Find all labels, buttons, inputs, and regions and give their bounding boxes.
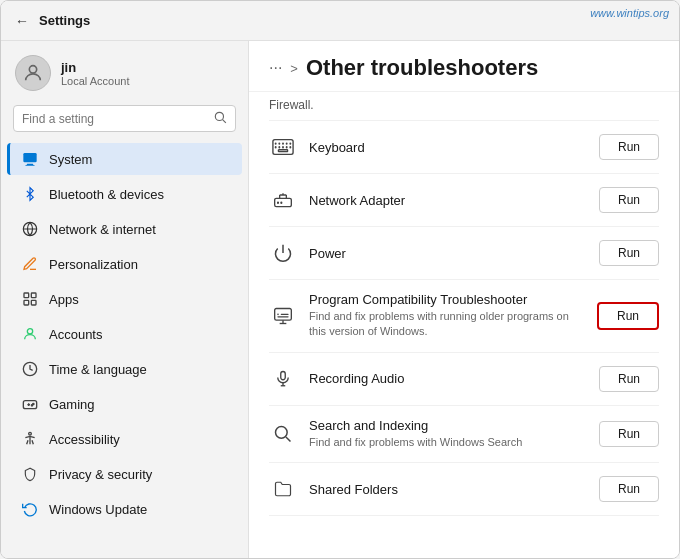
sidebar-item-accounts[interactable]: Accounts: [7, 318, 242, 350]
sidebar-label-gaming: Gaming: [49, 397, 95, 412]
network-adapter-icon: [269, 186, 297, 214]
keyboard-info: Keyboard: [309, 140, 587, 155]
svg-point-0: [29, 66, 36, 73]
troubleshooter-item-search-indexing: Search and Indexing Find and fix problem…: [269, 406, 659, 463]
sidebar-nav: System Bluetooth & devices: [1, 140, 248, 528]
network-icon: [21, 220, 39, 238]
network-adapter-name: Network Adapter: [309, 193, 587, 208]
search-indexing-icon: [269, 420, 297, 448]
shared-folders-icon: [269, 475, 297, 503]
search-indexing-name: Search and Indexing: [309, 418, 587, 433]
user-info: jin Local Account: [61, 60, 130, 87]
avatar: [15, 55, 51, 91]
power-run-button[interactable]: Run: [599, 240, 659, 266]
search-box[interactable]: [13, 105, 236, 132]
content-area: ··· > Other troubleshooters Firewall.: [249, 41, 679, 558]
svg-rect-46: [281, 371, 286, 379]
keyboard-icon: [269, 133, 297, 161]
shared-folders-run-button[interactable]: Run: [599, 476, 659, 502]
sidebar-item-time[interactable]: Time & language: [7, 353, 242, 385]
program-compat-name: Program Compatibility Troubleshooter: [309, 292, 585, 307]
recording-audio-info: Recording Audio: [309, 371, 587, 386]
svg-rect-8: [31, 293, 36, 298]
svg-point-11: [27, 329, 32, 334]
svg-point-1: [215, 112, 223, 120]
content-wrapper: ··· > Other troubleshooters Firewall.: [249, 41, 679, 558]
watermark: www.wintips.org: [590, 7, 669, 19]
search-icon: [213, 110, 227, 127]
content-header: ··· > Other troubleshooters: [249, 41, 679, 92]
back-button[interactable]: ←: [15, 13, 29, 29]
program-compat-desc: Find and fix problems with running older…: [309, 309, 585, 340]
recording-audio-icon: [269, 365, 297, 393]
sidebar-item-personalization[interactable]: Personalization: [7, 248, 242, 280]
svg-rect-31: [278, 150, 287, 152]
svg-line-50: [286, 437, 291, 442]
svg-point-17: [31, 405, 32, 406]
network-adapter-run-button[interactable]: Run: [599, 187, 659, 213]
network-adapter-info: Network Adapter: [309, 193, 587, 208]
program-compat-run-button[interactable]: Run: [597, 302, 659, 330]
svg-point-49: [276, 426, 288, 438]
main-content: jin Local Account: [1, 41, 679, 558]
sidebar-item-privacy[interactable]: Privacy & security: [7, 458, 242, 490]
accessibility-icon: [21, 430, 39, 448]
sidebar-label-system: System: [49, 152, 92, 167]
sidebar-label-privacy: Privacy & security: [49, 467, 152, 482]
sidebar: jin Local Account: [1, 41, 249, 558]
svg-rect-3: [23, 153, 36, 162]
power-info: Power: [309, 246, 587, 261]
sidebar-label-accounts: Accounts: [49, 327, 102, 342]
troubleshooter-list: Firewall.: [249, 92, 679, 558]
svg-rect-4: [27, 164, 34, 165]
troubleshooter-item-recording-audio: Recording Audio Run: [269, 353, 659, 406]
apps-icon: [21, 290, 39, 308]
troubleshooter-item-power: Power Run: [269, 227, 659, 280]
troubleshooter-item-keyboard: Keyboard Run: [269, 121, 659, 174]
troubleshooter-item-program-compat: Program Compatibility Troubleshooter Fin…: [269, 280, 659, 353]
update-icon: [21, 500, 39, 518]
program-compat-icon: [269, 302, 297, 330]
shared-folders-info: Shared Folders: [309, 482, 587, 497]
firewall-label: Firewall.: [269, 92, 659, 121]
breadcrumb-sep: >: [290, 61, 298, 76]
sidebar-label-bluetooth: Bluetooth & devices: [49, 187, 164, 202]
sidebar-item-network[interactable]: Network & internet: [7, 213, 242, 245]
user-name: jin: [61, 60, 130, 75]
title-bar-title: Settings: [39, 13, 90, 28]
search-indexing-desc: Find and fix problems with Windows Searc…: [309, 435, 587, 450]
sidebar-label-personalization: Personalization: [49, 257, 138, 272]
sidebar-item-update[interactable]: Windows Update: [7, 493, 242, 525]
sidebar-item-apps[interactable]: Apps: [7, 283, 242, 315]
sidebar-item-bluetooth[interactable]: Bluetooth & devices: [7, 178, 242, 210]
sidebar-label-network: Network & internet: [49, 222, 156, 237]
user-section: jin Local Account: [1, 41, 248, 101]
keyboard-name: Keyboard: [309, 140, 587, 155]
page-title: Other troubleshooters: [306, 55, 538, 81]
sidebar-label-apps: Apps: [49, 292, 79, 307]
recording-audio-run-button[interactable]: Run: [599, 366, 659, 392]
sidebar-item-system[interactable]: System: [7, 143, 242, 175]
sidebar-label-time: Time & language: [49, 362, 147, 377]
bluetooth-icon: [21, 185, 39, 203]
search-indexing-run-button[interactable]: Run: [599, 421, 659, 447]
sidebar-item-accessibility[interactable]: Accessibility: [7, 423, 242, 455]
privacy-icon: [21, 465, 39, 483]
gaming-icon: [21, 395, 39, 413]
shared-folders-name: Shared Folders: [309, 482, 587, 497]
time-icon: [21, 360, 39, 378]
svg-rect-7: [24, 293, 29, 298]
program-compat-info: Program Compatibility Troubleshooter Fin…: [309, 292, 585, 340]
power-name: Power: [309, 246, 587, 261]
svg-rect-9: [24, 300, 29, 305]
breadcrumb-dots[interactable]: ···: [269, 59, 282, 77]
troubleshooter-item-shared-folders: Shared Folders Run: [269, 463, 659, 516]
svg-rect-5: [25, 165, 34, 166]
search-indexing-info: Search and Indexing Find and fix problem…: [309, 418, 587, 450]
sidebar-item-gaming[interactable]: Gaming: [7, 388, 242, 420]
keyboard-run-button[interactable]: Run: [599, 134, 659, 160]
recording-audio-name: Recording Audio: [309, 371, 587, 386]
search-input[interactable]: [22, 112, 207, 126]
sidebar-label-update: Windows Update: [49, 502, 147, 517]
system-icon: [21, 150, 39, 168]
